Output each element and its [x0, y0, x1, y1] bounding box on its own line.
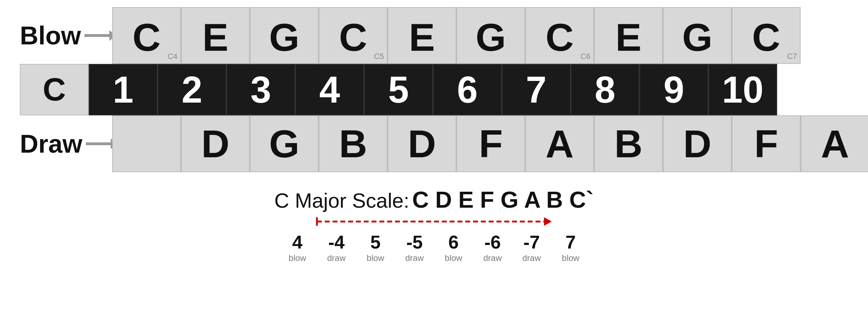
tab-item-3: 5blow — [356, 232, 395, 263]
draw-cell-10: A — [801, 115, 868, 172]
draw-text: Draw — [20, 129, 82, 158]
blow-text: Blow — [20, 21, 81, 50]
hole-label-c: C — [20, 64, 89, 115]
draw-cell-5: F — [456, 115, 525, 172]
scale-title: C Major Scale: C D E F G A B C` — [274, 186, 594, 213]
draw-note-10: A — [821, 124, 849, 163]
blow-notes-row: CC4EGCC5EGCC6EGCC7 — [112, 7, 801, 64]
svg-marker-5 — [544, 217, 552, 226]
hole-number-1: 1 — [89, 64, 158, 115]
hole-number-9: 9 — [639, 64, 708, 115]
blow-cell-5: E — [388, 7, 456, 64]
hole-number-7: 7 — [502, 64, 571, 115]
blow-note-4: C — [339, 18, 367, 57]
tab-direction-1: blow — [289, 253, 306, 263]
tab-item-7: -7draw — [512, 232, 551, 263]
blow-cell-3: G — [250, 7, 319, 64]
blow-cell-10: CC7 — [732, 7, 801, 64]
draw-note-6: A — [545, 124, 573, 163]
tab-direction-3: blow — [367, 253, 384, 263]
blow-note-3: G — [269, 18, 300, 57]
scale-range-arrow — [313, 214, 555, 229]
blow-note-9: G — [682, 18, 713, 57]
octave-label-4: C5 — [374, 52, 384, 61]
draw-cell-3: B — [319, 115, 388, 172]
hole-number-3: 3 — [226, 64, 295, 115]
tab-number-2: -4 — [328, 232, 345, 252]
blow-note-6: G — [476, 18, 506, 57]
main-container: Blow CC4EGCC5EGCC6EGCC7 C12345678910 Dra… — [0, 7, 868, 263]
tab-direction-6: draw — [483, 253, 502, 263]
blow-cell-9: G — [663, 7, 732, 64]
tab-item-2: -4draw — [317, 232, 356, 263]
tab-item-1: 4blow — [278, 232, 317, 263]
draw-note-9: F — [754, 124, 778, 163]
draw-cell-8: D — [663, 115, 732, 172]
blow-label: Blow — [20, 21, 112, 50]
blow-cell-8: E — [594, 7, 663, 64]
hole-numbers-row: C12345678910 — [20, 64, 777, 115]
draw-note-3: B — [339, 124, 367, 163]
tab-direction-8: blow — [562, 253, 579, 263]
tab-item-5: 6blow — [434, 232, 473, 263]
hole-number-10: 10 — [708, 64, 777, 115]
tab-direction-2: draw — [327, 253, 346, 263]
blow-cell-1: CC4 — [112, 7, 181, 64]
draw-note-4: D — [408, 124, 436, 163]
blow-arrow-icon — [84, 27, 116, 44]
tab-number-6: -6 — [484, 232, 501, 252]
scale-arrow-row — [313, 214, 555, 229]
draw-cell-9: F — [732, 115, 801, 172]
blow-cell-2: E — [181, 7, 250, 64]
blow-note-2: E — [202, 18, 228, 57]
blow-note-10: C — [752, 18, 780, 57]
draw-note-7: B — [614, 124, 642, 163]
tab-number-8: 7 — [566, 232, 576, 252]
draw-cell-7: B — [594, 115, 663, 172]
hole-number-2: 2 — [158, 64, 226, 115]
hole-number-8: 8 — [571, 64, 639, 115]
tab-number-5: 6 — [449, 232, 459, 252]
octave-label-7: C6 — [581, 52, 590, 61]
octave-label-1: C4 — [167, 52, 177, 61]
harmonica-section: Blow CC4EGCC5EGCC6EGCC7 C12345678910 Dra… — [20, 7, 868, 172]
tab-item-6: -6draw — [473, 232, 512, 263]
draw-row: Draw DGBDFABDFA — [20, 115, 868, 172]
draw-note-1: D — [201, 124, 229, 163]
draw-note-5: F — [479, 124, 502, 163]
blow-note-8: E — [615, 18, 641, 57]
tab-direction-5: blow — [445, 253, 462, 263]
hole-number-6: 6 — [433, 64, 502, 115]
tab-item-8: 7blow — [551, 232, 590, 263]
tab-numbers-row: 4blow-4draw5blow-5draw6blow-6draw-7draw7… — [278, 232, 590, 263]
draw-label: Draw — [20, 129, 112, 158]
blow-note-1: C — [132, 18, 160, 57]
blow-row: Blow CC4EGCC5EGCC6EGCC7 — [20, 7, 801, 64]
tab-item-4: -5draw — [395, 232, 434, 263]
blow-note-5: E — [409, 18, 435, 57]
tab-direction-4: draw — [405, 253, 424, 263]
hole-number-5: 5 — [364, 64, 433, 115]
scale-section: C Major Scale: C D E F G A B C` 4blow-4d… — [274, 186, 594, 263]
blow-cell-4: CC5 — [319, 7, 388, 64]
hole-number-4: 4 — [295, 64, 364, 115]
draw-cell-blank — [112, 115, 181, 172]
draw-notes-row: DGBDFABDFA — [112, 115, 868, 172]
blow-note-7: C — [545, 18, 573, 57]
tab-number-7: -7 — [523, 232, 540, 252]
scale-label: C Major Scale: — [274, 189, 409, 212]
draw-note-2: G — [269, 124, 300, 163]
octave-label-10: C7 — [787, 52, 797, 61]
scale-notes: C D E F G A B C` — [412, 186, 594, 213]
tab-direction-7: draw — [522, 253, 541, 263]
draw-cell-4: D — [388, 115, 456, 172]
blow-cell-6: G — [456, 7, 525, 64]
draw-cell-2: G — [250, 115, 319, 172]
draw-cell-6: A — [525, 115, 594, 172]
blow-cell-7: CC6 — [525, 7, 594, 64]
draw-cell-1: D — [181, 115, 250, 172]
tab-number-4: -5 — [406, 232, 423, 252]
draw-note-8: D — [683, 124, 711, 163]
tab-number-1: 4 — [292, 232, 303, 252]
tab-number-3: 5 — [370, 232, 381, 252]
